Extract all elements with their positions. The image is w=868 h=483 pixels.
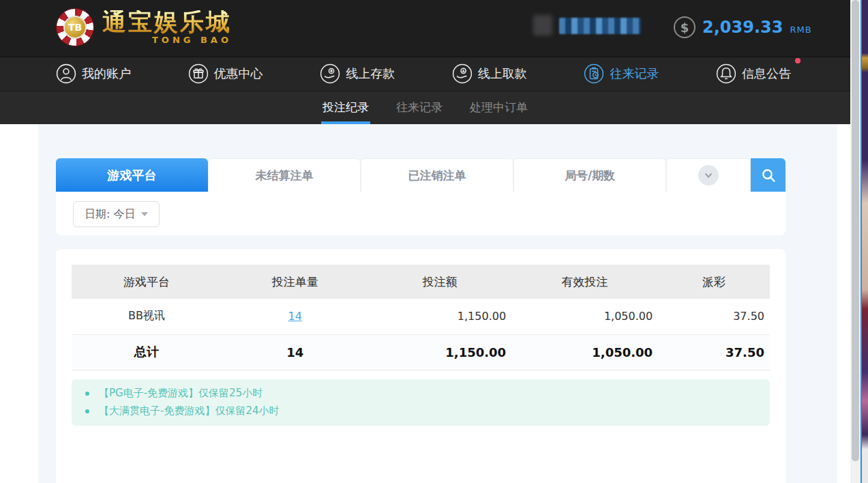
vertical-scrollbar-thumb[interactable] (852, 0, 859, 461)
balance-currency: RMB (790, 25, 811, 35)
main-nav-items: 我的账户 优惠中心 线上存款 线上取款 往来记录 (56, 57, 791, 91)
nav-item-online-withdraw[interactable]: 线上取款 (452, 63, 527, 84)
nav-label: 线上取款 (478, 65, 527, 82)
bet-summary-table: 游戏平台 投注单量 投注额 有效投注 派彩 BB视讯 14 1,150.00 1… (72, 265, 770, 370)
table-header-row: 游戏平台 投注单量 投注额 有效投注 派彩 (72, 265, 770, 299)
col-valid-bet: 有效投注 (511, 265, 658, 299)
date-filter-label: 日期: 今日 (85, 207, 135, 222)
withdraw-icon (452, 63, 473, 84)
filter-tab-label: 未结算注单 (256, 168, 314, 184)
filter-tab-unsettled-bets[interactable]: 未结算注单 (208, 158, 361, 192)
tab-bet-records[interactable]: 投注纪录 (323, 91, 369, 124)
nav-label: 往来记录 (610, 65, 659, 82)
subtab-label: 处理中订单 (470, 100, 528, 115)
subtab-label: 往来记录 (396, 100, 443, 115)
caret-down-icon (141, 212, 148, 216)
cell-platform: BB视讯 (72, 299, 222, 334)
filter-tab-cancelled-bets[interactable]: 已注销注单 (361, 158, 513, 192)
filter-expand-dropdown[interactable] (666, 158, 751, 192)
bullet-icon (85, 392, 89, 396)
filter-tab-label: 已注销注单 (408, 168, 466, 184)
nav-item-transaction-records[interactable]: 往来记录 (584, 63, 659, 84)
cell-valid-bet: 1,050.00 (511, 299, 658, 334)
search-icon (760, 167, 777, 184)
nav-item-online-deposit[interactable]: 线上存款 (320, 63, 395, 84)
nav-item-my-account[interactable]: 我的账户 (56, 63, 131, 84)
col-payout: 派彩 (658, 265, 770, 299)
filter-tabs: 游戏平台 未结算注单 已注销注单 局号/期数 (56, 158, 785, 192)
filter-panel: 日期: 今日 (56, 192, 785, 235)
filter-tab-label: 游戏平台 (108, 167, 157, 184)
bet-count-link[interactable]: 14 (288, 310, 301, 323)
cell-total-payout: 37.50 (658, 334, 770, 370)
notice-panel: 【PG电子-免费游戏】仅保留25小时 【大满贯电子-免费游戏】仅保留24小时 (72, 379, 770, 426)
brand-name-en: TONG BAO (152, 35, 232, 44)
cell-payout: 37.50 (658, 299, 770, 334)
deposit-icon (320, 63, 340, 84)
notice-text: 【大满贯电子-免费游戏】仅保留24小时 (99, 405, 280, 418)
bet-summary-card: 游戏平台 投注单量 投注额 有效投注 派彩 BB视讯 14 1,150.00 1… (56, 249, 785, 483)
nav-item-announcements[interactable]: 信息公告 (716, 63, 791, 84)
filter-tab-label: 局号/期数 (565, 168, 615, 184)
subtab-label: 投注纪录 (323, 100, 369, 115)
cell-total-bet-amount: 1,150.00 (368, 334, 511, 370)
filter-tab-round-number[interactable]: 局号/期数 (513, 158, 666, 192)
chevron-down-icon (698, 165, 719, 186)
col-bet-amount: 投注额 (368, 265, 511, 299)
cell-total-label: 总计 (72, 334, 222, 370)
poker-chip-logo-icon: TB (56, 8, 94, 46)
bell-icon (716, 63, 736, 84)
cell-total-valid-bet: 1,050.00 (511, 334, 658, 370)
tab-transaction-records[interactable]: 往来记录 (396, 91, 443, 124)
filter-tab-game-platform[interactable]: 游戏平台 (56, 158, 208, 192)
notification-dot (795, 58, 800, 63)
col-bet-count: 投注单量 (222, 265, 368, 299)
notice-item: 【PG电子-免费游戏】仅保留25小时 (72, 385, 770, 402)
balance-amount: 2,039.33 (702, 18, 783, 37)
nav-label: 我的账户 (82, 65, 131, 82)
brand-logo[interactable]: TB 通宝娱乐城 TONG BAO (56, 8, 232, 46)
cell-bet-amount: 1,150.00 (368, 299, 511, 334)
table-row: BB视讯 14 1,150.00 1,050.00 37.50 (72, 299, 770, 334)
wallet-balance[interactable]: $ 2,039.33 RMB (674, 16, 812, 38)
username-redacted (559, 18, 641, 34)
search-button[interactable] (751, 158, 785, 192)
nav-label: 线上存款 (346, 65, 395, 82)
notice-text: 【PG电子-免费游戏】仅保留25小时 (99, 387, 263, 400)
col-game-platform: 游戏平台 (72, 265, 222, 299)
user-icon (56, 63, 76, 84)
chip-monogram: TB (63, 16, 87, 39)
cell-total-count: 14 (222, 334, 368, 370)
nav-item-promotions[interactable]: 优惠中心 (188, 63, 263, 84)
notice-item: 【大满贯电子-免费游戏】仅保留24小时 (72, 402, 770, 420)
brand-name-cn: 通宝娱乐城 (102, 10, 232, 34)
top-header: TB 通宝娱乐城 TONG BAO $ 2,039.33 RMB (0, 0, 850, 57)
records-icon (584, 63, 604, 84)
date-filter-dropdown[interactable]: 日期: 今日 (73, 201, 160, 227)
gift-icon (188, 63, 209, 84)
dollar-circle-icon: $ (674, 16, 695, 38)
user-avatar-redacted (533, 15, 552, 35)
bullet-icon (85, 409, 89, 413)
table-total-row: 总计 14 1,150.00 1,050.00 37.50 (72, 334, 770, 370)
background-window-edge (860, 0, 868, 483)
record-subtabs: 投注纪录 往来记录 处理中订单 (0, 91, 850, 124)
nav-label: 信息公告 (742, 65, 791, 82)
nav-label: 优惠中心 (214, 65, 263, 82)
tab-pending-orders[interactable]: 处理中订单 (470, 91, 528, 124)
